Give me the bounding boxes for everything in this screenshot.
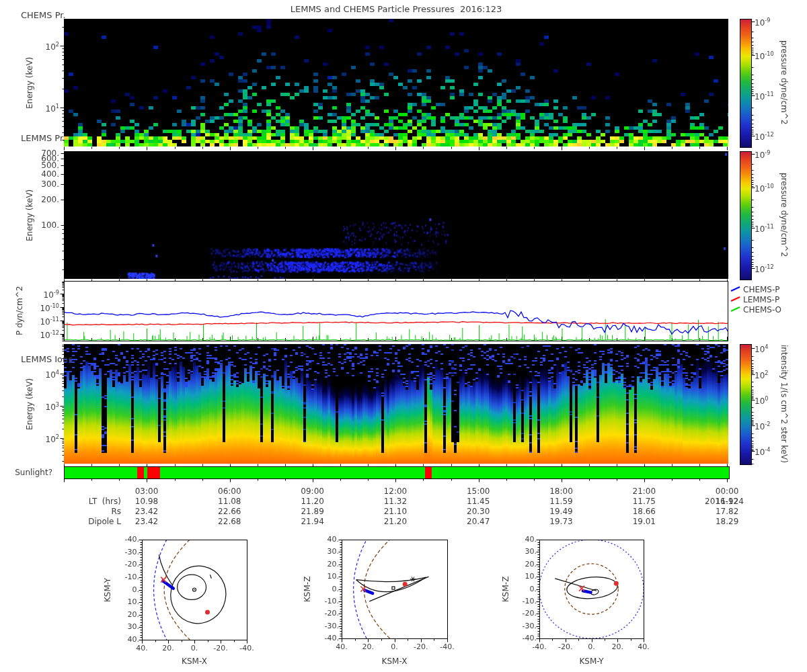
orbit3-xtick-label: 40. xyxy=(630,642,657,651)
lemms-ion-spectrogram xyxy=(64,344,728,464)
pressure-colorbar-tick-label: 10-12 xyxy=(755,130,774,142)
pressure-colorbar-tick-label: 10-9 xyxy=(755,15,770,28)
ephemeris-value: 20.47 xyxy=(458,517,498,526)
orbit1-ytick-label: -20. xyxy=(112,560,139,569)
ephemeris-value: 21.89 xyxy=(293,507,333,516)
ephemeris-row-label: Dipole L xyxy=(13,517,121,526)
intensity-colorbar xyxy=(740,344,752,465)
ephemeris-value: 21.94 xyxy=(293,517,333,526)
orbit1-ytick-label: 0. xyxy=(112,585,139,594)
orbit3-xtick-label: -40. xyxy=(526,642,553,651)
orbit3-ytick-label: -10. xyxy=(510,597,537,605)
sunlight-off-segment xyxy=(425,467,432,478)
orbit3-ytick-label: 30. xyxy=(510,547,537,556)
time-tick-label: 15:00 xyxy=(458,487,498,496)
pressure-colorbar-tick-label: 10-12 xyxy=(755,262,774,274)
orbit2-ytick-label: 10. xyxy=(312,572,339,581)
lemms-ytick-label: 100. xyxy=(20,220,59,230)
orbit3-ytick-label: 10. xyxy=(510,572,537,581)
orbit3-ytick-label: -30. xyxy=(510,622,537,630)
orbit2-ytick-label: 0. xyxy=(312,585,339,593)
ephemeris-value: 21.20 xyxy=(375,517,416,526)
pressure-colorbar-tick-label: 10-11 xyxy=(755,222,774,234)
legend-item-chems-p: CHEMS-P xyxy=(743,285,780,294)
ephemeris-value: 19.73 xyxy=(541,517,582,526)
chems-pressure-spectrogram xyxy=(64,19,728,146)
sunlight-bar xyxy=(64,466,730,479)
orbit2-xtick-label: -40. xyxy=(434,642,461,651)
ephemeris-row-label: Rs xyxy=(13,507,121,516)
orbit1-xtick-label: 40. xyxy=(128,644,155,653)
orbit1-ytick-label: -30. xyxy=(112,548,139,556)
orbit2-xtick-label: -20. xyxy=(408,642,434,651)
ephemeris-value: 22.66 xyxy=(209,507,249,516)
orbit2-ytick-label: 20. xyxy=(312,560,339,569)
time-tick-label: 00:00 xyxy=(707,487,747,496)
pressure-colorbar-mid xyxy=(740,151,752,280)
ephemeris-value: 23.42 xyxy=(126,507,167,516)
pressure-colorbar-top xyxy=(740,19,752,148)
orbit2-xtick-label: 40. xyxy=(328,642,355,651)
orbit1-ytick-label: 20. xyxy=(112,610,139,619)
orbit3-ytick-label: 40. xyxy=(510,535,537,544)
pressure-colorbar-label-2: pressure dyne/cm^2 xyxy=(779,151,790,279)
orbit2-ytick-label: -40. xyxy=(312,634,339,642)
pressure-ytick-label: 10-11 xyxy=(20,314,59,327)
ephemeris-value: 20.30 xyxy=(458,507,498,516)
pressure-ytick-label: 10-10 xyxy=(20,301,59,313)
sunlight-off-segment xyxy=(137,467,144,478)
time-tick-label: 09:00 xyxy=(293,487,333,496)
legend-item-lemms-p: LEMMS-P xyxy=(743,295,779,304)
orbit1-y-axis-label: KSM-Y xyxy=(102,540,112,640)
chems-ytick-label: 101 xyxy=(20,101,59,114)
intensity-colorbar-label: intensity 1/(s cm^2 ster keV) xyxy=(779,344,790,464)
time-tick-label: 03:00 xyxy=(126,487,167,496)
time-tick-label: 06:00 xyxy=(209,487,249,496)
ephemeris-value: 22.68 xyxy=(209,517,249,526)
time-tick-label: 18:00 xyxy=(541,487,582,496)
ephemeris-value: 17.82 xyxy=(707,507,747,516)
ions-ytick-label: 103 xyxy=(20,400,59,412)
ions-ytick-label: 102 xyxy=(20,432,59,444)
ephemeris-value: 19.49 xyxy=(541,507,582,516)
orbit2-y-axis-label: KSM-Z xyxy=(302,540,312,638)
intensity-colorbar-tick-label: 104 xyxy=(755,342,768,354)
ephemeris-value: 11.75 xyxy=(624,497,664,506)
lemms-pressure-spectrogram xyxy=(64,151,728,279)
orbit1-ytick-label: -40. xyxy=(112,535,139,544)
ephemeris-value: 18.29 xyxy=(707,517,747,526)
lemms-ytick-label: 200. xyxy=(20,195,59,204)
lemms-ytick-label: 300. xyxy=(20,179,59,189)
orbit3-y-axis-label: KSM-Z xyxy=(500,540,510,638)
figure: LEMMS and CHEMS Particle Pressures 2016:… xyxy=(0,0,807,672)
orbit2-ytick-label: -30. xyxy=(312,622,339,630)
ephemeris-value: 11.32 xyxy=(375,497,416,506)
pressure-colorbar-label-1: pressure dyne/cm^2 xyxy=(779,19,790,146)
chems-ytick-label: 102 xyxy=(20,40,59,52)
chems-y-axis-label: Energy (keV) xyxy=(24,19,34,146)
orbit3-xtick-label: -20. xyxy=(552,642,579,651)
ephemeris-value: 11.59 xyxy=(541,497,582,506)
lemms-ytick-label: 400. xyxy=(20,169,59,179)
figure-title: LEMMS and CHEMS Particle Pressures 2016:… xyxy=(64,5,728,14)
sunlight-label: Sunlight? xyxy=(5,468,52,477)
ephemeris-value: 11.20 xyxy=(293,497,333,506)
ephemeris-value: 18.66 xyxy=(624,507,664,516)
orbit1-xtick-label: 0. xyxy=(181,644,208,653)
time-tick-label: 12:00 xyxy=(375,487,416,496)
ephemeris-value: 11.08 xyxy=(209,497,249,506)
orbit1-x-axis-label: KSM-X xyxy=(142,657,247,666)
orbit1-ytick-label: -10. xyxy=(112,573,139,581)
pressure-colorbar-tick-label: 10-9 xyxy=(755,148,770,160)
orbit1-ytick-label: 30. xyxy=(112,622,139,631)
orbit3-ytick-label: -40. xyxy=(510,634,537,642)
pressure-colorbar-tick-label: 10-10 xyxy=(755,49,774,61)
orbit3-ytick-label: 20. xyxy=(510,560,537,569)
pressure-colorbar-tick-label: 10-10 xyxy=(755,181,774,194)
intensity-colorbar-tick-label: 102 xyxy=(755,368,768,380)
pressure-colorbar-tick-label: 10-11 xyxy=(755,89,774,101)
orbit2-ytick-label: -20. xyxy=(312,609,339,618)
orbit3-ytick-label: 0. xyxy=(510,585,537,593)
orbit3-xtick-label: 0. xyxy=(578,642,605,651)
orbit2-xtick-label: 20. xyxy=(354,642,381,651)
